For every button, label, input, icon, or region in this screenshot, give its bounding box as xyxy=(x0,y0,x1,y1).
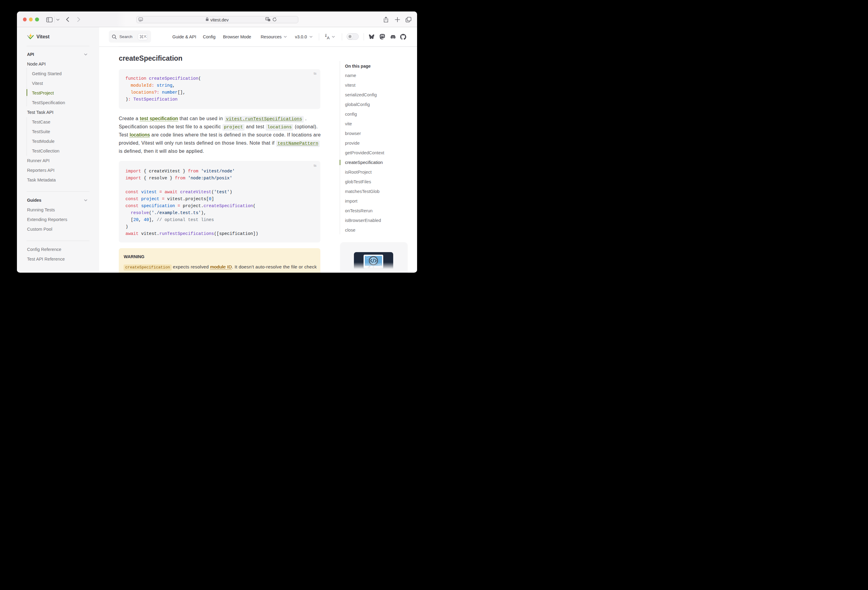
svg-text:x: x xyxy=(269,19,269,21)
svg-text:A: A xyxy=(266,18,268,20)
svg-text:A: A xyxy=(327,35,330,40)
